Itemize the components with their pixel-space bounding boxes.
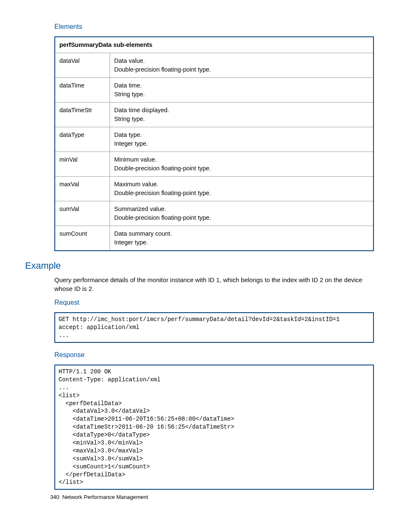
example-paragraph: Query performance details of the monitor… bbox=[54, 275, 374, 293]
element-desc: Summarized value.Double-precision floati… bbox=[110, 201, 374, 226]
heading-elements: Elements bbox=[54, 23, 374, 31]
element-name: sumCount bbox=[55, 226, 110, 251]
element-name: dataTimeStr bbox=[55, 103, 110, 127]
heading-request: Request bbox=[54, 299, 374, 306]
page-number: 340 bbox=[50, 494, 59, 500]
table-header: perfSummaryData sub-elements bbox=[55, 37, 373, 53]
table-row: dataValData value.Double-precision float… bbox=[55, 53, 373, 78]
element-desc: Data time displayed.String type. bbox=[110, 103, 374, 127]
response-code-block: HTTP/1.1 200 OKContent-Type: application… bbox=[54, 365, 374, 490]
table-row: dataTimeStrData time displayed.String ty… bbox=[55, 103, 373, 127]
request-code-block: GET http://imc_host:port/imcrs/perf/summ… bbox=[54, 312, 374, 343]
footer-section: Network Performance Management bbox=[62, 494, 148, 500]
element-desc: Data time.String type. bbox=[110, 78, 374, 103]
heading-response: Response bbox=[54, 351, 374, 359]
table-row: dataTimeData time.String type. bbox=[55, 78, 373, 103]
table-row: sumCountData summary count.Integer type. bbox=[55, 226, 373, 251]
table-row: maxValMaximum value.Double-precision flo… bbox=[55, 177, 373, 201]
element-name: minVal bbox=[55, 152, 110, 177]
table-row: sumValSummarized value.Double-precision … bbox=[55, 201, 373, 226]
element-desc: Data summary count.Integer type. bbox=[110, 226, 374, 251]
elements-table: perfSummaryData sub-elements dataValData… bbox=[54, 36, 374, 251]
element-name: dataVal bbox=[55, 53, 110, 78]
element-name: dataType bbox=[55, 127, 110, 152]
page-footer: 340 Network Performance Management bbox=[50, 494, 148, 500]
element-name: sumVal bbox=[55, 201, 110, 226]
element-name: maxVal bbox=[55, 177, 110, 201]
element-desc: Minimum value.Double-precision floating-… bbox=[110, 152, 374, 177]
element-desc: Data type.Integer type. bbox=[110, 127, 374, 152]
element-desc: Maximum value.Double-precision floating-… bbox=[110, 177, 374, 201]
heading-example: Example bbox=[25, 260, 374, 271]
table-row: minValMinimum value.Double-precision flo… bbox=[55, 152, 373, 177]
element-desc: Data value.Double-precision floating-poi… bbox=[110, 53, 374, 78]
element-name: dataTime bbox=[55, 78, 110, 103]
table-row: dataTypeData type.Integer type. bbox=[55, 127, 373, 152]
